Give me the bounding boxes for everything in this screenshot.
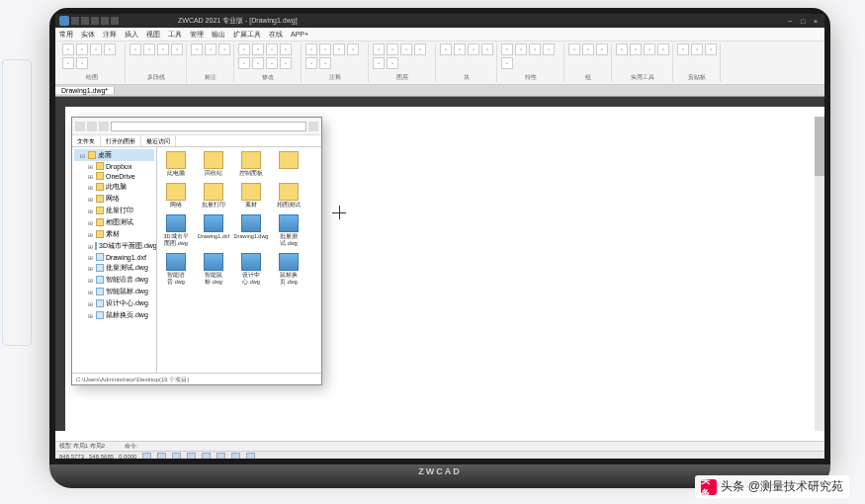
grid-toggle[interactable]	[157, 453, 166, 459]
ribbon-button[interactable]: ▫	[501, 43, 513, 55]
ribbon-button[interactable]: ▫	[387, 43, 398, 55]
file-item[interactable]: 3D城市平面图.dwg	[161, 214, 191, 247]
ribbon-button[interactable]: ▫	[596, 43, 608, 55]
ribbon-button[interactable]: ▫	[568, 43, 580, 55]
qat-undo-icon[interactable]	[101, 17, 109, 25]
dialog-tab[interactable]: 文件夹	[72, 135, 101, 146]
ribbon-button[interactable]: ▫	[630, 43, 642, 55]
menu-输出[interactable]: 输出	[212, 30, 225, 40]
ribbon-button[interactable]: ▫	[205, 43, 216, 55]
tree-item[interactable]: ⊞相图测试	[74, 216, 154, 228]
ribbon-button[interactable]: ▫	[143, 43, 155, 55]
ribbon-button[interactable]: ▫	[582, 43, 594, 55]
osnap-toggle[interactable]	[202, 453, 211, 459]
menu-实体[interactable]: 实体	[81, 30, 95, 40]
ribbon-button[interactable]: ▫	[305, 43, 317, 55]
ribbon-button[interactable]: ▫	[252, 43, 264, 55]
expand-icon[interactable]: ⊞	[88, 289, 94, 295]
file-item[interactable]: 智能语音.dwg	[161, 253, 191, 286]
ribbon-button[interactable]: ▫	[62, 43, 74, 55]
expand-icon[interactable]: ⊞	[88, 243, 93, 250]
ribbon-button[interactable]: ▫	[62, 57, 74, 69]
ribbon-button[interactable]: ▫	[266, 57, 278, 69]
expand-icon[interactable]: ⊟	[80, 152, 86, 159]
tree-item[interactable]: ⊞鼠标换页.dwg	[74, 309, 154, 321]
ribbon-button[interactable]: ▫	[454, 43, 466, 55]
polar-toggle[interactable]	[187, 453, 196, 459]
tree-item[interactable]: ⊞设计中心.dwg	[74, 297, 154, 309]
ribbon-button[interactable]: ▫	[191, 43, 203, 55]
ribbon-button[interactable]: ▫	[266, 43, 278, 55]
tree-item[interactable]: ⊞OneDrive	[74, 171, 154, 181]
file-item[interactable]: 素材	[236, 183, 266, 209]
ribbon-button[interactable]: ▫	[319, 57, 331, 69]
tab-drawing1[interactable]: Drawing1.dwg*	[55, 87, 115, 94]
file-item[interactable]: 批量测试.dwg	[274, 214, 303, 247]
file-item[interactable]: 设计中心.dwg	[236, 253, 266, 286]
ribbon-button[interactable]: ▫	[373, 57, 385, 69]
ribbon-button[interactable]: ▫	[657, 43, 669, 55]
back-button[interactable]	[75, 122, 85, 131]
expand-icon[interactable]: ⊞	[88, 300, 94, 307]
drawing-area[interactable]: 文件夹打开的图形最近访问 ⊟桌面⊞Dropbox⊞OneDrive⊞此电脑⊞网络…	[65, 107, 824, 431]
ribbon-button[interactable]: ▫	[481, 43, 493, 55]
ribbon-button[interactable]: ▫	[400, 43, 412, 55]
ribbon-button[interactable]: ▫	[76, 57, 88, 69]
expand-icon[interactable]: ⊞	[88, 265, 94, 272]
view-button[interactable]	[308, 122, 318, 131]
ribbon-button[interactable]: ▫	[529, 43, 541, 55]
menu-在线[interactable]: 在线	[269, 30, 283, 40]
tree-item[interactable]: ⊞网络	[74, 193, 154, 205]
ribbon-button[interactable]: ▫	[705, 43, 717, 55]
tree-item[interactable]: ⊟桌面	[74, 149, 154, 161]
ribbon-button[interactable]: ▫	[171, 43, 183, 55]
ribbon-button[interactable]: ▫	[468, 43, 479, 55]
dialog-tab[interactable]: 打开的图形	[101, 135, 141, 146]
ribbon-button[interactable]: ▫	[677, 43, 689, 55]
ribbon-button[interactable]: ▫	[691, 43, 703, 55]
ribbon-button[interactable]: ▫	[373, 43, 385, 55]
tree-item[interactable]: ⊞Dropbox	[74, 161, 154, 171]
ribbon-button[interactable]: ▫	[157, 43, 169, 55]
ribbon-button[interactable]: ▫	[90, 43, 102, 55]
ribbon-button[interactable]: ▫	[515, 43, 527, 55]
ribbon-button[interactable]: ▫	[501, 57, 513, 69]
file-item[interactable]: 相图测试	[274, 183, 303, 209]
model-toggle[interactable]	[246, 453, 255, 459]
ribbon-button[interactable]: ▫	[543, 43, 555, 55]
up-button[interactable]	[99, 122, 109, 131]
file-item[interactable]: 控制面板	[236, 151, 266, 177]
ribbon-button[interactable]: ▫	[218, 43, 230, 55]
expand-icon[interactable]: ⊞	[88, 208, 94, 214]
file-item[interactable]: 智能鼠标.dwg	[199, 253, 228, 286]
expand-icon[interactable]: ⊞	[88, 231, 94, 238]
ribbon-button[interactable]: ▫	[305, 57, 317, 69]
tree-item[interactable]: ⊞批量测试.dwg	[74, 262, 154, 274]
close-button[interactable]: ×	[811, 18, 821, 25]
qat-open-icon[interactable]	[81, 17, 89, 25]
file-item[interactable]: 网络	[161, 183, 191, 209]
qat-save-icon[interactable]	[91, 17, 99, 25]
forward-button[interactable]	[87, 122, 97, 131]
expand-icon[interactable]: ⊞	[88, 277, 94, 284]
dialog-tab[interactable]: 最近访问	[141, 135, 176, 146]
expand-icon[interactable]: ⊞	[88, 173, 94, 180]
ribbon-button[interactable]: ▫	[616, 43, 628, 55]
ribbon-button[interactable]: ▫	[333, 43, 345, 55]
tree-item[interactable]: ⊞3D城市平面图.dwg	[74, 240, 154, 252]
tree-item[interactable]: ⊞Drawing1.dxf	[74, 252, 154, 262]
expand-icon[interactable]: ⊞	[88, 219, 94, 226]
command-prompt[interactable]: 命令:	[125, 442, 138, 451]
file-item[interactable]: Drawing1.dwg	[236, 214, 266, 247]
qat-new-icon[interactable]	[71, 17, 79, 25]
menu-注释[interactable]: 注释	[103, 30, 117, 40]
otrack-toggle[interactable]	[216, 453, 225, 459]
file-item[interactable]: Drawing1.dxf	[199, 214, 228, 247]
qat-redo-icon[interactable]	[111, 17, 119, 25]
ribbon-button[interactable]: ▫	[644, 43, 655, 55]
menu-工具[interactable]: 工具	[168, 30, 182, 40]
ribbon-button[interactable]: ▫	[414, 43, 426, 55]
menu-插入[interactable]: 插入	[125, 30, 138, 40]
ribbon-button[interactable]: ▫	[440, 43, 452, 55]
file-item[interactable]: 批量打印	[199, 183, 228, 209]
